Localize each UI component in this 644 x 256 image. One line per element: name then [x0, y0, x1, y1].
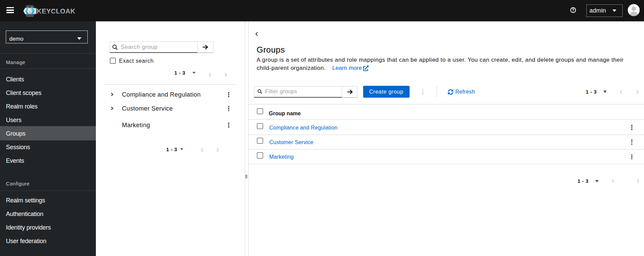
svg-text:?: ?: [572, 8, 574, 13]
svg-text:KEYCLOAK: KEYCLOAK: [37, 7, 76, 15]
